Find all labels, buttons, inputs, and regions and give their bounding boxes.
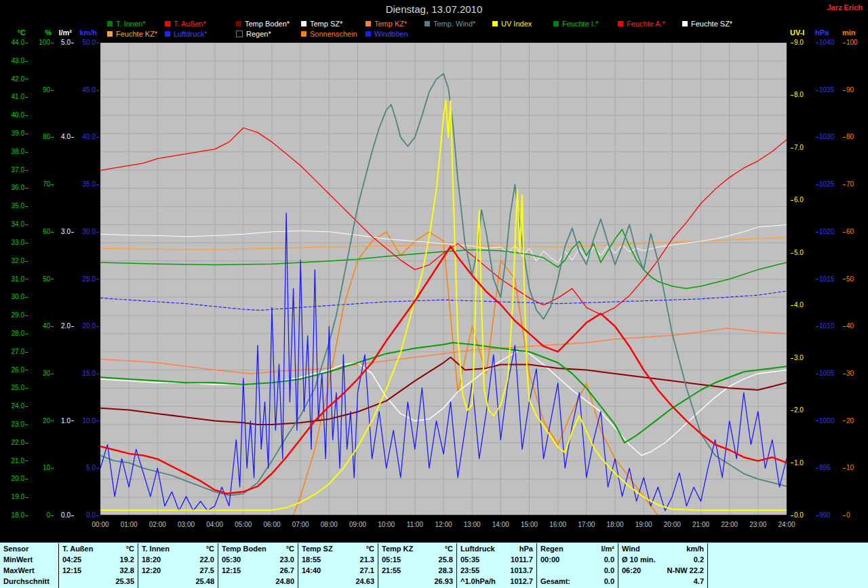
legend-color-swatch (682, 21, 688, 26)
legend-label: Sonnenschein (310, 30, 357, 38)
x-tick-label: 03:00 (174, 521, 199, 528)
axis-unit-min_axis: min (842, 28, 856, 37)
table-col: Temp SZ°C18:5521.314:4027.124.63 (298, 543, 378, 588)
y-tick-kmh: 35.0 (68, 180, 100, 189)
legend-item: Windböen (366, 30, 425, 38)
y-tick-uv: 4.0 (790, 301, 804, 309)
legend-item: Regen* (236, 30, 301, 38)
table-row-header: Sensor (0, 543, 58, 554)
legend-label: Temp. Wind* (433, 20, 475, 28)
y-tick-min_axis: 30 (842, 370, 854, 378)
y-tick-kmh: 5.0 (68, 464, 100, 472)
legend-color-swatch (236, 31, 243, 37)
y-tick-hpa: 1030 (815, 133, 834, 141)
legend-label: Feuchte A.* (627, 20, 665, 28)
table-cell: 14:4027.1 (298, 565, 378, 576)
legend-item: T. Außen* (165, 20, 236, 28)
x-tick-label: 22:00 (717, 521, 742, 528)
table-cell: 06:20N-NW 22.2 (618, 565, 707, 576)
table-col-header: T. Außen°C (59, 543, 138, 554)
table-col-header: T. Innen°C (138, 543, 218, 554)
table-row-header: Durchschnitt (0, 576, 58, 587)
y-tick-kmh: 45.0 (68, 86, 100, 94)
table-filler (707, 543, 868, 588)
y-tick-hpa: 1035 (815, 86, 834, 94)
y-tick-hpa: 995 (815, 464, 831, 472)
legend-item: Feuchte A.* (618, 20, 682, 28)
chart-plot-area (100, 43, 787, 515)
x-tick-label: 21:00 (689, 521, 713, 528)
x-tick-label: 04:00 (203, 521, 227, 528)
y-tick-celsius: 42.0 (0, 75, 28, 83)
y-tick-min_axis: 50 (842, 275, 854, 283)
x-tick-label: 09:00 (346, 521, 370, 528)
legend-color-swatch (492, 21, 498, 26)
table-cell: 26.93 (378, 576, 456, 587)
x-tick-label: 15:00 (517, 521, 542, 528)
y-tick-celsius: 28.0 (0, 330, 28, 338)
y-tick-min_axis: 70 (842, 180, 854, 189)
y-tick-celsius: 30.0 (0, 293, 28, 301)
y-tick-uv: 8.0 (790, 91, 804, 99)
table-cell: 24.80 (218, 576, 298, 587)
y-tick-min_axis: 20 (842, 417, 854, 425)
y-tick-kmh: 20.0 (68, 322, 100, 330)
y-tick-uv: 2.0 (790, 406, 804, 414)
legend-color-swatch (165, 31, 170, 37)
y-tick-uv: 3.0 (790, 354, 804, 362)
x-tick-label: 05:00 (231, 521, 256, 528)
legend-item: Temp SZ* (301, 20, 366, 28)
table-col: Regenl/m²00:000.00.0Gesamt:0.0 (536, 543, 618, 588)
table-cell: 0.0 (537, 565, 618, 576)
y-tick-celsius: 33.0 (0, 239, 28, 247)
table-cell: 04:2519.2 (59, 554, 138, 565)
legend: T. Innen*T. Außen*Temp Boden*Temp SZ*Tem… (107, 20, 743, 38)
table-cell: 4.7 (618, 576, 707, 587)
y-tick-kmh: 25.0 (68, 275, 100, 283)
x-tick-label: 20:00 (660, 521, 684, 528)
legend-color-swatch (165, 21, 170, 26)
table-row-header: MinWert (0, 554, 58, 565)
x-tick-label: 23:00 (746, 521, 770, 528)
y-tick-celsius: 32.0 (0, 257, 28, 265)
table-cell: 12:2027.5 (138, 565, 218, 576)
table-cell: 24.63 (298, 576, 378, 587)
table-col: LuftdruckhPa05:351011.723:551013.7^1.0hP… (456, 543, 536, 588)
legend-color-swatch (618, 21, 623, 26)
weather-app-window: { "window": { "title": "Dienstag, 13.07.… (0, 0, 868, 588)
table-cell: 12:1526.7 (218, 565, 298, 576)
y-tick-celsius: 41.0 (0, 93, 28, 101)
legend-label: UV Index (501, 20, 532, 28)
y-tick-uv: 1.0 (790, 459, 804, 467)
y-tick-celsius: 37.0 (0, 166, 28, 174)
x-tick-label: 12:00 (431, 521, 456, 528)
legend-color-swatch (553, 21, 559, 26)
table-col-header: Temp SZ°C (298, 543, 378, 554)
legend-item: Luftdruck* (165, 30, 236, 38)
table-col: Windkm/hØ 10 min.0.206:20N-NW 22.24.7 (618, 543, 707, 588)
axis-unit-hpa: hPa (815, 28, 829, 37)
x-tick-label: 14:00 (488, 521, 513, 528)
y-tick-celsius: 24.0 (0, 402, 28, 410)
y-tick-celsius: 22.0 (0, 439, 28, 447)
legend-item: Temp. Wind* (425, 20, 492, 28)
table-row-header: MaxWert (0, 565, 58, 576)
legend-label: Luftdruck* (174, 30, 208, 38)
legend-label: T. Innen* (116, 20, 145, 28)
legend-item: T. Innen* (107, 20, 165, 28)
legend-item: Temp KZ* (366, 20, 425, 28)
table-cell: Ø 10 min.0.2 (618, 554, 707, 565)
legend-label: Regen* (246, 30, 271, 38)
y-tick-min_axis: 0 (842, 511, 850, 520)
watermark-username: Jarz Erich (827, 3, 863, 12)
x-tick-label: 02:00 (145, 521, 170, 528)
x-tick-label: 17:00 (574, 521, 599, 528)
table-cell: 23:551013.7 (457, 565, 536, 576)
y-tick-min_axis: 10 (842, 464, 854, 472)
y-tick-hpa: 1000 (815, 417, 834, 425)
table-col-header: Windkm/h (618, 543, 707, 554)
x-tick-label: 13:00 (460, 521, 484, 528)
y-tick-uv: 9.0 (790, 39, 804, 47)
table-col-header: LuftdruckhPa (457, 543, 536, 554)
legend-item: Sonnenschein (301, 30, 366, 38)
